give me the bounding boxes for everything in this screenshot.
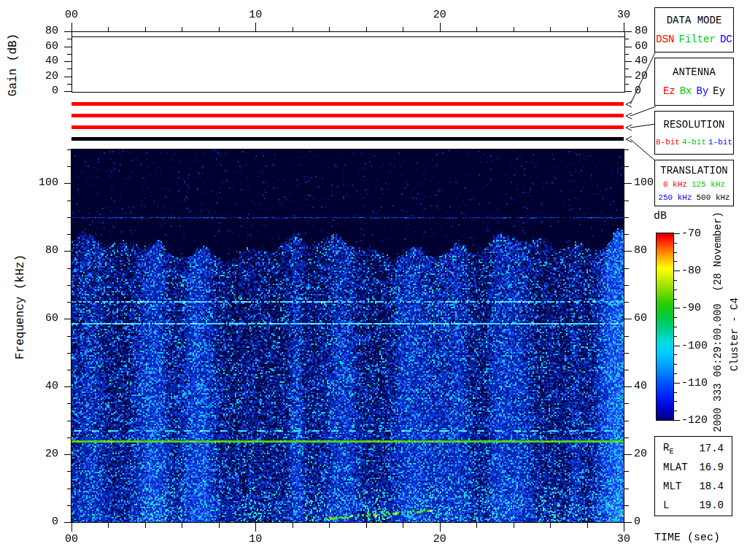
bottom-axis-major-tick	[624, 523, 624, 532]
freq-left-tick	[67, 471, 71, 472]
freq-right-tick	[624, 268, 629, 269]
gain-left-tick	[67, 54, 71, 55]
freq-left-tick	[67, 149, 71, 150]
bottom-axis-minor-tick	[476, 523, 477, 528]
gain-right-tick	[624, 54, 629, 55]
gain-left-tick	[64, 77, 71, 77]
gain-right-tick	[624, 69, 629, 69]
gain-right-tick	[624, 39, 629, 39]
bottom-axis-minor-tick	[219, 523, 220, 528]
bottom-axis-minor-tick	[550, 523, 551, 528]
ephemeris-value: 17.4	[699, 443, 724, 454]
resolution-box: RESOLUTION8-bit4-bit1-bit	[654, 111, 734, 155]
gain-axis-label: Gain (dB)	[7, 14, 20, 116]
colorbar-unit-label: dB	[654, 210, 667, 222]
top-axis-minor-tick	[145, 27, 146, 31]
top-axis-minor-tick	[476, 27, 477, 31]
gain-right-tick	[624, 61, 632, 62]
freq-left-tick	[67, 403, 71, 404]
freq-right-tick	[624, 471, 629, 472]
freq-tick-label-left: 20	[26, 448, 58, 460]
freq-left-tick	[67, 370, 71, 370]
freq-right-tick	[624, 489, 629, 489]
bottom-axis-minor-tick	[293, 523, 293, 528]
legend-value: By	[697, 85, 709, 97]
bottom-axis-minor-tick	[514, 523, 514, 528]
gain-tick-label-right: 60	[635, 40, 667, 52]
colorbar-tick-label: -110	[681, 377, 708, 389]
translation-status-bar	[71, 137, 624, 141]
freq-left-tick	[67, 217, 71, 218]
freq-right-tick	[624, 353, 629, 354]
freq-left-tick	[67, 201, 71, 201]
top-axis-major-tick	[71, 23, 72, 31]
gain-right-tick	[624, 77, 632, 77]
colorbar-tick	[674, 401, 677, 402]
bottom-axis-minor-tick	[145, 523, 146, 528]
freq-left-tick	[67, 166, 71, 167]
ephemeris-row: MLT18.4	[655, 477, 732, 496]
colorbar-tick	[674, 354, 677, 355]
freq-right-tick	[624, 454, 632, 455]
colorbar-tick	[674, 233, 680, 234]
legend-title-antenna: ANTENNA	[673, 66, 716, 78]
freq-right-tick	[624, 201, 629, 201]
legend-value: 125 kHz	[692, 180, 725, 189]
spectrogram-frame	[71, 149, 624, 523]
colorbar-tick	[674, 271, 680, 271]
legend-value: 250 kHz	[658, 193, 692, 202]
freq-right-tick	[624, 183, 632, 184]
legend-values-antenna: EzBxByEy	[663, 85, 725, 97]
colorbar-tick-label: -70	[681, 228, 701, 240]
freq-tick-label-right: 80	[634, 244, 667, 257]
gain-tick-label-right: 20	[635, 70, 667, 82]
colorbar-tick-label: -100	[681, 340, 708, 352]
colorbar-tick	[674, 261, 677, 262]
colorbar-tick	[674, 383, 680, 384]
freq-left-tick	[64, 386, 71, 387]
ephemeris-value: 18.4	[699, 481, 724, 492]
top-axis-minor-tick	[403, 27, 403, 31]
top-axis-minor-tick	[550, 27, 551, 31]
colorbar-tick	[674, 308, 680, 308]
gain-trace	[72, 36, 624, 37]
bottom-axis-tick-label: 30	[609, 533, 638, 545]
gain-left-tick	[67, 39, 71, 39]
data-mode-status-bar	[71, 102, 624, 106]
gain-right-tick	[624, 31, 632, 32]
datetime-label: 2000 333 06:29:00.000 (28 November)	[712, 209, 724, 435]
top-axis-minor-tick	[108, 27, 109, 31]
top-axis-minor-tick	[587, 27, 588, 31]
freq-left-tick	[67, 336, 71, 337]
gain-left-tick	[64, 61, 71, 62]
colorbar-tick	[674, 346, 680, 346]
freq-tick-label-right: 60	[634, 312, 667, 324]
freq-left-tick	[67, 268, 71, 269]
bottom-axis-tick-label: 10	[241, 533, 270, 545]
freq-left-tick	[67, 353, 71, 354]
gain-right-tick	[624, 84, 629, 85]
colorbar-tick	[674, 392, 677, 393]
gain-tick-label-left: 0	[26, 85, 58, 97]
bottom-axis-minor-tick	[587, 523, 588, 528]
freq-right-tick	[624, 217, 629, 218]
colorbar-tick	[674, 327, 677, 327]
top-axis-tick-label: 00	[57, 9, 86, 21]
colorbar-tick	[674, 299, 677, 300]
top-axis-minor-tick	[329, 27, 330, 31]
legend-title-resolution: RESOLUTION	[663, 119, 724, 131]
legend-title-translation: TRANSLATION	[660, 165, 727, 176]
gain-tick-label-left: 20	[26, 70, 58, 82]
freq-left-tick	[67, 285, 71, 286]
colorbar	[656, 233, 674, 421]
colorbar-tick	[674, 243, 677, 244]
freq-right-tick	[624, 285, 629, 286]
bottom-axis-major-tick	[255, 523, 256, 532]
ephemeris-value: 19.0	[699, 499, 724, 511]
freq-right-tick	[624, 522, 632, 523]
freq-right-tick	[624, 319, 632, 319]
gain-left-tick	[67, 69, 71, 69]
freq-left-tick	[64, 454, 71, 455]
wbd-spectrogram-screen: Gain (dB) Frequency (kHz) DATA MODEDSNFi…	[0, 0, 747, 560]
gain-right-tick	[624, 47, 632, 47]
